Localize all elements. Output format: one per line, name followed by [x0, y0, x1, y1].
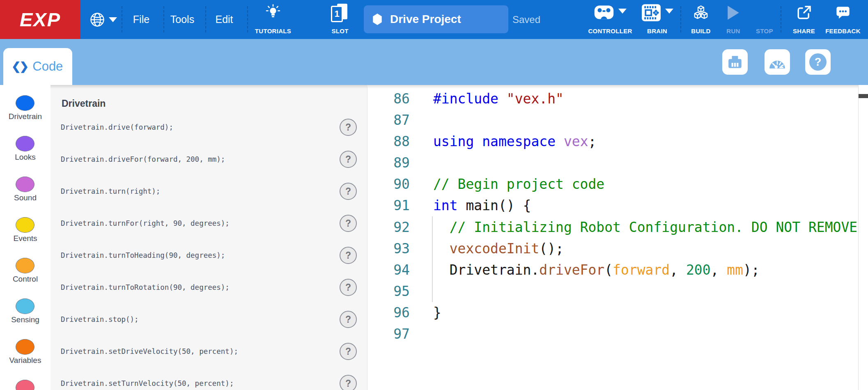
category-circle-icon	[16, 339, 34, 355]
stop-label: STOP	[756, 28, 773, 34]
line-number: 93	[367, 238, 410, 259]
menu-file[interactable]: File	[122, 0, 161, 39]
line-number: 96	[367, 302, 410, 323]
category-label: Events	[0, 234, 51, 243]
code-line-89: 89	[367, 152, 858, 174]
command-snippet[interactable]: Drivetrain.stop();	[61, 310, 139, 328]
command-snippet[interactable]: Drivetrain.turnToHeading(90, degrees);	[61, 246, 225, 264]
command-row: Drivetrain.turnToRotation(90, degrees);?	[51, 278, 367, 296]
hexagon-icon	[372, 13, 383, 25]
code-line-92: 92 // Initializing Robot Configuration. …	[367, 217, 858, 238]
category-circle-icon	[16, 177, 34, 192]
command-snippet[interactable]: Drivetrain.driveFor(forward, 200, mm);	[61, 150, 225, 168]
line-number: 89	[367, 152, 410, 174]
project-name-button[interactable]: Drive Project	[364, 5, 508, 33]
line-content: int main() {	[410, 195, 531, 216]
tab-code[interactable]: ❮❯ Code	[3, 48, 72, 85]
dashboard-button[interactable]	[765, 49, 790, 75]
device-port-icon	[727, 55, 743, 69]
command-help-button[interactable]: ?	[340, 311, 357, 328]
help-icon: ?	[809, 53, 827, 71]
editor-scrollbar[interactable]	[858, 85, 868, 390]
menu-edit[interactable]: Edit	[204, 0, 244, 39]
slot-button[interactable]: 1 SLOT	[320, 0, 360, 39]
command-snippet[interactable]: Drivetrain.drive(forward);	[61, 118, 173, 136]
run-button[interactable]: RUN	[716, 0, 751, 39]
help-button[interactable]: ?	[805, 49, 831, 75]
code-line-88: 88using namespace vex;	[367, 131, 858, 152]
command-help-button[interactable]: ?	[340, 343, 357, 360]
command-row: Drivetrain.stop();?	[51, 310, 367, 328]
code-line-86: 86#include "vex.h"	[367, 88, 858, 110]
controller-label: CONTROLLER	[588, 28, 632, 34]
command-row: Drivetrain.turnFor(right, 90, degrees);?	[51, 214, 367, 232]
command-snippet[interactable]: Drivetrain.turn(right);	[61, 182, 160, 200]
slot-icon: 1	[331, 4, 349, 23]
feedback-button[interactable]: FEEDBACK	[821, 0, 865, 39]
line-content: // Initializing Robot Configuration. DO …	[410, 217, 858, 238]
toolbar-divider	[247, 6, 248, 32]
command-snippet[interactable]: Drivetrain.turnToRotation(90, degrees);	[61, 278, 230, 296]
play-icon	[727, 5, 739, 22]
command-help-button[interactable]: ?	[340, 375, 357, 390]
command-row: Drivetrain.setDriveVelocity(50, percent)…	[51, 342, 367, 360]
command-row: Drivetrain.turn(right);?	[51, 182, 367, 200]
tutorials-label: TUTORIALS	[255, 28, 291, 34]
command-help-button[interactable]: ?	[340, 215, 357, 232]
share-icon	[796, 5, 812, 23]
line-content: }	[410, 302, 441, 323]
category-label: Drivetrain	[0, 112, 51, 121]
category-circle-icon	[16, 95, 34, 111]
globe-icon	[89, 11, 106, 28]
category-circle-icon	[16, 258, 34, 273]
command-snippet[interactable]: Drivetrain.setDriveVelocity(50, percent)…	[61, 342, 238, 360]
command-help-button[interactable]: ?	[340, 247, 357, 264]
category-label: Looks	[0, 153, 51, 162]
code-line-93: 93 vexcodeInit();	[367, 238, 858, 259]
command-help-button[interactable]: ?	[340, 183, 357, 200]
line-number: 88	[367, 131, 410, 152]
share-label: SHARE	[793, 28, 815, 34]
command-snippet[interactable]: Drivetrain.turnFor(right, 90, degrees);	[61, 214, 230, 232]
category-circle-icon	[16, 217, 34, 233]
share-button[interactable]: SHARE	[785, 0, 823, 39]
build-button[interactable]: BUILD	[682, 0, 719, 39]
code-line-96: 96}	[367, 302, 858, 323]
line-content: using namespace vex;	[410, 131, 596, 152]
stop-button[interactable]: STOP	[748, 0, 781, 39]
line-content	[410, 152, 433, 174]
device-info-button[interactable]	[722, 49, 748, 75]
line-number: 95	[367, 281, 410, 302]
code-tab-label: Code	[32, 59, 63, 74]
code-editor[interactable]: 86#include "vex.h"8788using namespace ve…	[367, 85, 858, 390]
code-line-94: 94 Drivetrain.driveFor(forward, 200, mm)…	[367, 259, 858, 281]
line-content	[410, 110, 433, 131]
controller-button[interactable]: CONTROLLER	[586, 0, 635, 39]
command-help-button[interactable]: ?	[340, 119, 357, 136]
language-menu-button[interactable]	[87, 0, 119, 39]
chevron-down-icon	[618, 9, 627, 14]
slot-label: SLOT	[331, 28, 348, 34]
line-content: // Begin project code	[410, 174, 604, 195]
brain-button[interactable]: BRAIN	[636, 0, 679, 39]
command-help-button[interactable]: ?	[340, 151, 357, 168]
tab-bar: ❮❯ Code	[0, 39, 868, 85]
feedback-label: FEEDBACK	[825, 28, 861, 34]
code-line-90: 90// Begin project code	[367, 174, 858, 195]
menu-tools[interactable]: Tools	[163, 0, 202, 39]
slot-number: 1	[334, 9, 339, 19]
command-row: Drivetrain.driveFor(forward, 200, mm);?	[51, 150, 367, 168]
command-row: Drivetrain.setTurnVelocity(50, percent);…	[51, 374, 367, 390]
command-snippet[interactable]: Drivetrain.setTurnVelocity(50, percent);	[61, 374, 234, 390]
line-content	[410, 323, 433, 345]
tutorials-button[interactable]: TUTORIALS	[250, 0, 296, 39]
scrollbar-thumb[interactable]	[859, 94, 868, 98]
indent-guide	[432, 216, 433, 302]
category-circle-icon	[16, 380, 34, 390]
brain-icon	[641, 4, 661, 22]
line-number: 97	[367, 323, 410, 345]
gauge-icon	[769, 54, 786, 70]
command-help-button[interactable]: ?	[340, 279, 357, 296]
category-label: Sound	[0, 193, 51, 202]
category-circle-icon	[16, 298, 34, 314]
